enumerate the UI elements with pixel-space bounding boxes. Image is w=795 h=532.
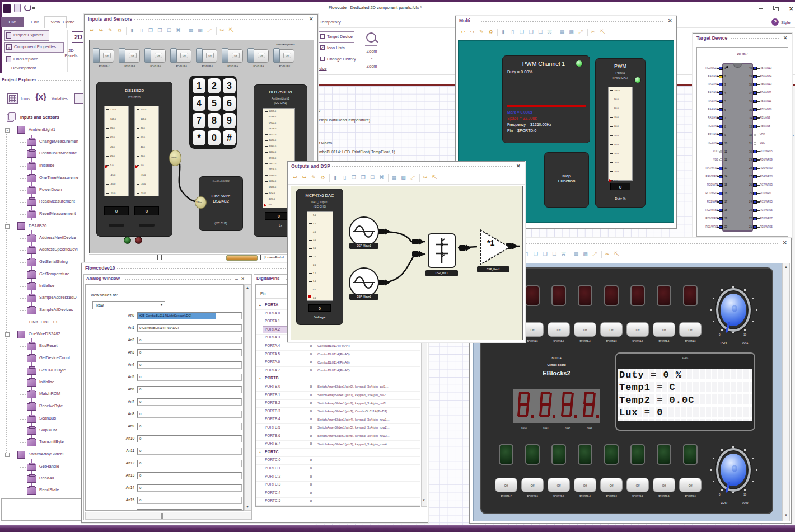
svg-text:*1: *1 [487,238,494,247]
